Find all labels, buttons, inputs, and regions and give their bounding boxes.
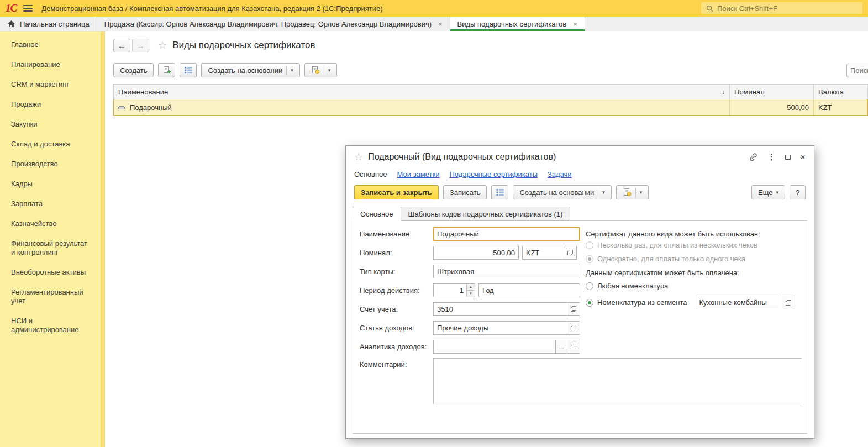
radio-segment-nomenclature[interactable]: Номенклатура из сегмента	[586, 296, 795, 309]
create-on-basis-button[interactable]: Создать на основании ▾	[201, 63, 299, 77]
favorite-star-icon[interactable]: ☆	[354, 152, 363, 162]
segment-choose-button[interactable]	[782, 296, 795, 309]
global-search-input[interactable]: Поиск Ctrl+Shift+F	[701, 2, 862, 14]
tab-home[interactable]: Начальная страница	[0, 17, 97, 31]
field-row-income-item: Статья доходов:	[360, 320, 580, 335]
sidebar-item-purchases[interactable]: Закупки	[0, 114, 101, 134]
main-menu-icon[interactable]	[23, 5, 33, 12]
1c-logo[interactable]: 1С	[6, 2, 17, 14]
save-and-close-button[interactable]: Записать и закрыть	[354, 185, 439, 199]
sidebar-item-hr[interactable]: Кадры	[0, 174, 101, 194]
cell-currency[interactable]: KZT	[814, 99, 867, 115]
tab-sale-document[interactable]: Продажа (Кассир: Орлов Александр Владими…	[97, 17, 450, 31]
sidebar-item-noncurrent-assets[interactable]: Внеоборотные активы	[0, 262, 101, 282]
income-analytics-ellipsis-button[interactable]: ...	[556, 340, 567, 354]
radio-any-nomenclature[interactable]: Любая номенклатура	[586, 282, 668, 290]
nominal-input[interactable]	[433, 246, 519, 260]
sidebar-item-regulated-accounting[interactable]: Регламентированный учет	[0, 282, 101, 311]
copy-link-icon[interactable]	[749, 152, 758, 162]
close-icon[interactable]: ×	[438, 20, 443, 28]
list-settings-button[interactable]	[180, 63, 197, 77]
spin-down-icon[interactable]: ▼	[467, 291, 475, 297]
global-search-placeholder: Поиск Ctrl+Shift+F	[717, 4, 777, 13]
field-row-income-analytics: Аналитика доходов: ...	[360, 339, 580, 354]
create-button[interactable]: Создать	[113, 63, 154, 77]
field-row-period: Период действия: ▲ ▼	[360, 283, 580, 297]
close-icon[interactable]: ×	[573, 20, 577, 28]
name-input[interactable]	[433, 227, 580, 241]
payment-group-label: Данным сертификатом может быть оплачена:	[586, 269, 739, 277]
nav-link-my-notes[interactable]: Мои заметки	[397, 170, 440, 178]
more-button[interactable]: Еще ▾	[751, 185, 785, 199]
currency-choose-button[interactable]	[564, 246, 577, 260]
period-unit-input[interactable]	[478, 283, 580, 297]
tab-code-templates[interactable]: Шаблоны кодов подарочных сертификатов (1…	[401, 207, 571, 221]
column-header-name[interactable]: Наименование ↓	[114, 85, 730, 99]
sidebar-item-warehouse-delivery[interactable]: Склад и доставка	[0, 134, 101, 154]
chevron-down-icon: ▾	[776, 190, 778, 195]
create-group-button[interactable]	[158, 63, 175, 77]
gift-certificate-type-dialog: ☆ Подарочный (Вид подарочных сертификато…	[345, 145, 814, 439]
document-actions-button[interactable]: ▾	[616, 185, 649, 199]
income-item-input[interactable]	[433, 321, 567, 335]
sidebar-item-nsi-administration[interactable]: НСИ и администрирование	[0, 311, 101, 340]
currency-input[interactable]	[522, 246, 564, 260]
segment-input[interactable]	[696, 296, 778, 309]
document-action-icon	[623, 188, 632, 197]
sidebar-item-main[interactable]: Главное	[0, 35, 101, 55]
document-actions-button[interactable]: ▾	[304, 63, 338, 77]
open-windows-tabbar: Начальная страница Продажа (Кассир: Орло…	[0, 17, 868, 31]
nav-link-main[interactable]: Основное	[354, 170, 387, 178]
table-row[interactable]: Подарочный 500,00 KZT	[113, 99, 868, 116]
cell-nominal[interactable]: 500,00	[730, 99, 814, 115]
back-button[interactable]: ←	[113, 39, 130, 52]
chevron-down-icon: ▾	[291, 67, 293, 73]
sidebar-item-sales[interactable]: Продажи	[0, 94, 101, 114]
sidebar-item-financial-result[interactable]: Финансовый результат и контроллинг	[0, 234, 101, 262]
dialog-header[interactable]: ☆ Подарочный (Вид подарочных сертификато…	[346, 146, 814, 168]
cell-name[interactable]: Подарочный	[114, 99, 730, 115]
nav-link-tasks[interactable]: Задачи	[548, 170, 572, 178]
radio-icon	[586, 255, 593, 263]
help-button[interactable]: ?	[790, 185, 806, 199]
dialog-form-panel: Наименование: Номинал: Тип карты: Период…	[353, 220, 807, 434]
income-analytics-input[interactable]	[433, 340, 556, 354]
create-on-basis-button[interactable]: Создать на основании ▾	[513, 185, 611, 199]
income-item-choose-button[interactable]	[567, 321, 580, 335]
dialog-title: Подарочный (Вид подарочных сертификатов)	[368, 152, 556, 162]
save-button[interactable]: Записать	[443, 185, 487, 199]
forward-button[interactable]: →	[132, 39, 149, 52]
spin-up-icon[interactable]: ▲	[467, 284, 475, 291]
list-settings-button[interactable]	[491, 185, 508, 199]
income-analytics-choose-button[interactable]	[567, 340, 580, 354]
card-type-input[interactable]	[433, 265, 580, 278]
create-group-icon	[162, 66, 171, 75]
tab-gift-certificate-types[interactable]: Виды подарочных сертификатов ×	[450, 17, 585, 31]
home-icon	[7, 20, 15, 28]
open-list-icon	[570, 324, 577, 331]
radio-single-use[interactable]: Однократно, для оплаты только одного чек…	[586, 255, 745, 263]
account-choose-button[interactable]	[567, 302, 580, 316]
nav-link-gift-certificates[interactable]: Подарочные сертификаты	[450, 170, 538, 178]
maximize-icon[interactable]	[785, 155, 791, 160]
list-settings-icon	[496, 188, 504, 196]
column-header-nominal[interactable]: Номинал	[730, 85, 814, 99]
sidebar-item-salary[interactable]: Зарплата	[0, 194, 101, 214]
sidebar-item-crm-marketing[interactable]: CRM и маркетинг	[0, 75, 101, 94]
column-header-currency[interactable]: Валюта	[814, 85, 868, 99]
nominal-label: Номинал:	[360, 249, 433, 257]
tab-main[interactable]: Основное	[353, 207, 401, 221]
favorite-star-icon[interactable]: ☆	[158, 40, 167, 50]
radio-multiple-use[interactable]: Несколько раз, для оплаты из нескольких …	[586, 241, 757, 249]
account-input[interactable]	[433, 302, 567, 316]
sidebar-item-treasury[interactable]: Казначейство	[0, 214, 101, 234]
more-actions-icon[interactable]: ⋮	[767, 152, 776, 162]
list-search-input[interactable]	[846, 64, 868, 77]
comment-textarea[interactable]	[433, 358, 802, 404]
sidebar-item-planning[interactable]: Планирование	[0, 55, 101, 75]
open-list-icon	[570, 306, 577, 312]
sidebar-splitter[interactable]	[101, 31, 105, 447]
close-icon[interactable]: ×	[800, 152, 806, 162]
sort-descending-icon: ↓	[722, 88, 725, 95]
sidebar-item-production[interactable]: Производство	[0, 154, 101, 174]
